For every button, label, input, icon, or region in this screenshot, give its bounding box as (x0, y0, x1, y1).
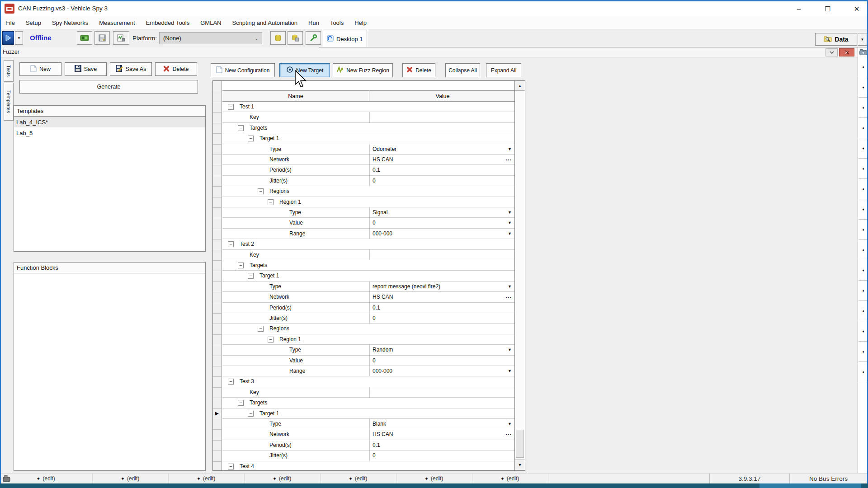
collapse-toggle-icon[interactable]: − (248, 273, 254, 279)
tree-row-targets[interactable]: −Targets (222, 398, 515, 408)
scroll-down-icon[interactable]: ▼ (515, 460, 525, 469)
edit-label[interactable]: (edit) (203, 475, 215, 482)
new-button[interactable]: New (19, 62, 61, 76)
pcb-icon[interactable] (77, 31, 92, 45)
menu-item-scripting-and-automation[interactable]: Scripting and Automation (232, 19, 297, 26)
tree-row-test-4[interactable]: −Test 4 (222, 461, 515, 471)
play-dropdown-arrow-icon[interactable]: ▼ (15, 31, 23, 45)
row-value[interactable]: report message (neovi fire2) (373, 283, 440, 290)
camera-icon[interactable] (859, 49, 867, 57)
tree-row-period-s[interactable]: Period(s)0.1 (222, 165, 515, 175)
dock-rail-item[interactable]: ♦ (859, 342, 868, 362)
tree-row-key[interactable]: Key (222, 387, 515, 398)
tree-row-value[interactable]: Value0▼ (222, 218, 515, 228)
status-edit-cell[interactable]: ◆(edit) (169, 474, 245, 483)
tree-row-jitter-s[interactable]: Jitter(s)0 (222, 313, 515, 324)
panel-chevron-down-icon[interactable] (826, 48, 838, 56)
menu-item-measurement[interactable]: Measurement (99, 19, 135, 26)
row-value[interactable]: Signal (373, 209, 387, 216)
database-icon[interactable] (270, 31, 286, 45)
row-value[interactable]: 000-000 (373, 230, 392, 237)
tab-desktop-1[interactable]: Desktop 1 (323, 30, 367, 47)
dock-rail-item[interactable]: ♦ (859, 362, 868, 382)
row-value[interactable]: 0.1 (373, 305, 380, 311)
data-button[interactable]: Data (815, 33, 857, 46)
new-configuration-button[interactable]: New Configuration (211, 63, 275, 77)
template-item-lab-4-ics[interactable]: Lab_4_ICS* (14, 117, 205, 127)
row-value[interactable]: Odometer (373, 146, 396, 152)
scroll-up-icon[interactable]: ▲ (515, 81, 525, 91)
dock-rail-item[interactable]: ♦ (859, 159, 868, 179)
row-value[interactable]: HS CAN (373, 156, 393, 163)
row-value[interactable]: HS CAN (373, 294, 393, 300)
dock-rail-item[interactable]: ♦ (859, 281, 868, 301)
close-button[interactable]: ✕ (850, 3, 863, 15)
scrollbar-thumb[interactable] (516, 430, 524, 458)
tree-row-period-s[interactable]: Period(s)0.1 (222, 303, 515, 313)
collapse-toggle-icon[interactable]: − (258, 326, 264, 332)
dropdown-arrow-icon[interactable]: ▼ (508, 147, 512, 151)
dock-rail-item[interactable]: ♦ (859, 77, 868, 98)
ellipsis-button[interactable]: ... (505, 292, 512, 299)
logger-icon[interactable] (113, 31, 129, 45)
wrench-icon[interactable] (306, 31, 321, 45)
tree-row-jitter-s[interactable]: Jitter(s)0 (222, 176, 515, 186)
dock-rail-item[interactable]: ♦ (859, 57, 868, 77)
new-fuzz-region-button[interactable]: New Fuzz Region (333, 63, 393, 77)
tree-row-targets[interactable]: −Targets (222, 123, 515, 133)
row-value[interactable]: 0.1 (373, 442, 380, 448)
tree-row-region-1[interactable]: −Region 1 (222, 197, 515, 207)
dropdown-arrow-icon[interactable]: ▼ (508, 231, 512, 236)
tree-row-key[interactable]: Key (222, 112, 515, 122)
tree-row-type[interactable]: Typereport message (neovi fire2)▼ (222, 282, 515, 292)
edit-label[interactable]: (edit) (431, 475, 443, 482)
tree-row-target-1[interactable]: −Target 1 (222, 271, 515, 281)
data-dropdown-arrow-icon[interactable]: ▼ (858, 33, 867, 46)
row-value[interactable]: 0 (373, 452, 376, 459)
menu-item-embedded-tools[interactable]: Embedded Tools (146, 19, 190, 26)
status-edit-cell[interactable]: ◆(edit) (321, 474, 396, 483)
dock-rail-item[interactable]: ♦ (859, 138, 868, 159)
row-value[interactable]: 0 (373, 357, 376, 364)
menu-item-run[interactable]: Run (308, 19, 319, 26)
collapse-toggle-icon[interactable]: − (238, 400, 244, 406)
dropdown-arrow-icon[interactable]: ▼ (508, 210, 512, 215)
ellipsis-button[interactable]: ... (505, 430, 512, 436)
tree-row-value[interactable]: Value0 (222, 356, 515, 366)
save-as-button[interactable]: Save As (110, 62, 152, 76)
ellipsis-button[interactable]: ... (505, 155, 512, 162)
collapse-toggle-icon[interactable]: − (238, 263, 244, 268)
status-edit-cell[interactable]: ◆(edit) (472, 474, 548, 483)
row-value[interactable]: 000-000 (373, 368, 392, 374)
menu-item-tools[interactable]: Tools (330, 19, 344, 26)
expand-all-button[interactable]: Expand All (486, 63, 521, 77)
tree-row-key[interactable]: Key (222, 250, 515, 260)
status-edit-cell[interactable]: ◆(edit) (396, 474, 472, 483)
status-edit-cell[interactable]: ◆(edit) (93, 474, 169, 483)
tree-row-targets[interactable]: −Targets (222, 260, 515, 271)
vertical-scrollbar[interactable]: ▲ ▼ (514, 81, 525, 470)
dropdown-arrow-icon[interactable]: ▼ (508, 422, 512, 426)
tree-row-test-3[interactable]: −Test 3 (222, 376, 515, 387)
tree-row-type[interactable]: TypeRandom▼ (222, 345, 515, 355)
play-button[interactable] (2, 31, 14, 45)
tree-row-network[interactable]: NetworkHS CAN... (222, 429, 515, 440)
panel-close-icon[interactable] (839, 48, 854, 56)
collapse-toggle-icon[interactable]: − (228, 379, 234, 385)
minimize-button[interactable]: – (792, 3, 806, 15)
collapse-toggle-icon[interactable]: − (228, 104, 234, 110)
platform-select[interactable]: (None)⌄ (159, 32, 262, 44)
status-edit-cell[interactable]: ◆(edit) (0, 474, 93, 483)
edit-label[interactable]: (edit) (507, 475, 519, 482)
menu-item-setup[interactable]: Setup (26, 19, 41, 26)
collapse-toggle-icon[interactable]: − (268, 199, 274, 205)
column-header-name[interactable]: Name (222, 91, 369, 102)
row-value[interactable]: Blank (373, 421, 386, 427)
row-value[interactable]: HS CAN (373, 431, 393, 437)
edit-label[interactable]: (edit) (355, 475, 367, 482)
tree-row-test-1[interactable]: −Test 1 (222, 102, 515, 112)
dock-rail-item[interactable]: ♦ (859, 321, 868, 342)
save-button[interactable]: Save (65, 62, 107, 76)
tree-row-jitter-s[interactable]: Jitter(s)0 (222, 450, 515, 461)
collapse-all-button[interactable]: Collapse All (445, 63, 480, 77)
